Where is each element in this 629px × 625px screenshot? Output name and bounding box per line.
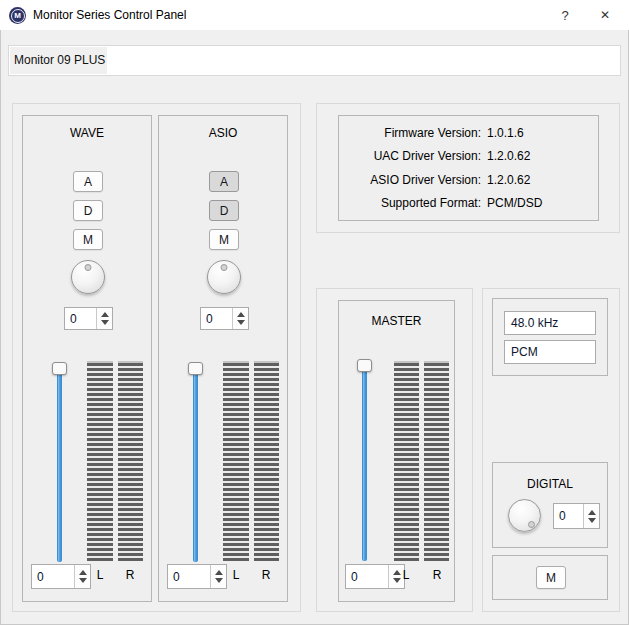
wave-vu-meter-left	[87, 361, 113, 561]
wave-knob-spinbox-arrows[interactable]	[96, 308, 112, 329]
asio-button-d[interactable]: D	[209, 200, 239, 221]
digital-spinbox-value[interactable]: 0	[554, 504, 583, 528]
master-fader-spinbox-value[interactable]: 0	[346, 565, 388, 588]
wave-right-channel-label: R	[119, 568, 141, 582]
wave-strip: WAVE A D M 0 0 L R	[22, 115, 152, 602]
asio-fader-track[interactable]	[193, 368, 198, 562]
info-label: ASIO Driver Version:	[339, 172, 481, 188]
app-window: M Monitor Series Control Panel ? ✕ Monit…	[0, 0, 629, 625]
master-left-channel-label: L	[395, 568, 417, 582]
wave-knob-spinbox[interactable]: 0	[64, 307, 113, 330]
asio-fader-handle[interactable]	[188, 362, 203, 375]
help-button[interactable]: ?	[548, 0, 582, 30]
wave-vu-meter-right	[118, 361, 143, 561]
asio-knob[interactable]	[207, 260, 241, 294]
asio-strip-label: ASIO	[159, 126, 287, 140]
format-field[interactable]: PCM	[504, 340, 596, 364]
spin-up-icon[interactable]	[237, 312, 245, 317]
master-right-channel-label: R	[426, 568, 448, 582]
info-row-firmware: Firmware Version: 1.0.1.6	[339, 125, 598, 141]
wave-knob-spinbox-value[interactable]: 0	[65, 308, 96, 329]
wave-button-d[interactable]: D	[73, 200, 103, 221]
app-icon-letter: M	[14, 11, 21, 20]
digital-knob[interactable]	[508, 499, 541, 532]
asio-right-channel-label: R	[255, 568, 277, 582]
wave-knob-indicator	[85, 264, 92, 271]
asio-vu-meter-right	[254, 361, 279, 561]
info-value: 1.2.0.62	[487, 148, 530, 164]
window-title: Monitor Series Control Panel	[33, 0, 186, 30]
app-icon: M	[9, 7, 26, 24]
wave-knob[interactable]	[71, 260, 105, 294]
asio-button-m[interactable]: M	[209, 229, 239, 250]
mute-panel: M	[492, 555, 608, 600]
info-row-format: Supported Format: PCM/DSD	[339, 195, 598, 211]
digital-spinbox-arrows[interactable]	[583, 504, 599, 528]
mute-button[interactable]: M	[536, 566, 566, 589]
asio-knob-indicator	[221, 264, 228, 271]
spin-down-icon[interactable]	[79, 578, 87, 583]
wave-fader-handle[interactable]	[52, 362, 67, 375]
asio-fader-spinbox-arrows[interactable]	[210, 565, 226, 588]
asio-knob-spinbox-value[interactable]: 0	[201, 308, 232, 329]
master-strip-label: MASTER	[339, 314, 454, 328]
spin-down-icon[interactable]	[215, 578, 223, 583]
asio-fader-spinbox[interactable]: 0	[167, 564, 227, 589]
asio-strip: ASIO A D M 0 0 L R	[158, 115, 288, 602]
sample-rate-field[interactable]: 48.0 kHz	[504, 311, 596, 335]
wave-strip-label: WAVE	[23, 126, 151, 140]
info-label: Supported Format:	[339, 195, 481, 211]
asio-fader-spinbox-value[interactable]: 0	[168, 565, 210, 588]
info-value: 1.0.1.6	[487, 125, 524, 141]
asio-button-a[interactable]: A	[209, 171, 239, 192]
info-label: Firmware Version:	[339, 125, 481, 141]
wave-left-channel-label: L	[89, 568, 111, 582]
digital-panel: DIGITAL 0	[492, 462, 608, 548]
device-list-item[interactable]: Monitor 09 PLUS	[10, 47, 107, 74]
spin-up-icon[interactable]	[79, 570, 87, 575]
spin-down-icon[interactable]	[101, 320, 109, 325]
wave-fader-spinbox-arrows[interactable]	[74, 565, 90, 588]
digital-spinbox[interactable]: 0	[553, 503, 600, 529]
wave-fader-track[interactable]	[57, 368, 62, 562]
info-row-asio-driver: ASIO Driver Version: 1.2.0.62	[339, 172, 598, 188]
master-fader-handle[interactable]	[357, 359, 372, 372]
digital-knob-indicator	[528, 521, 535, 528]
spin-down-icon[interactable]	[588, 518, 596, 523]
wave-fader-spinbox[interactable]: 0	[31, 564, 91, 589]
info-panel: Firmware Version: 1.0.1.6 UAC Driver Ver…	[338, 115, 599, 221]
info-row-uac-driver: UAC Driver Version: 1.2.0.62	[339, 148, 598, 164]
info-value: 1.2.0.62	[487, 172, 530, 188]
asio-vu-meter-left	[223, 361, 249, 561]
asio-left-channel-label: L	[225, 568, 247, 582]
wave-fader-spinbox-value[interactable]: 0	[32, 565, 74, 588]
sample-rate-panel: 48.0 kHz PCM	[492, 298, 608, 376]
wave-button-a[interactable]: A	[73, 171, 103, 192]
spin-up-icon[interactable]	[215, 570, 223, 575]
info-label: UAC Driver Version:	[339, 148, 481, 164]
spin-down-icon[interactable]	[237, 320, 245, 325]
device-list[interactable]: Monitor 09 PLUS	[8, 45, 621, 76]
master-strip: MASTER 0 L R	[338, 300, 455, 602]
spin-up-icon[interactable]	[101, 312, 109, 317]
wave-button-m[interactable]: M	[73, 229, 103, 250]
digital-label: DIGITAL	[493, 477, 607, 491]
asio-knob-spinbox[interactable]: 0	[200, 307, 249, 330]
info-value: PCM/DSD	[487, 195, 542, 211]
spin-up-icon[interactable]	[588, 510, 596, 515]
asio-knob-spinbox-arrows[interactable]	[232, 308, 248, 329]
master-vu-meter-right	[424, 361, 449, 561]
master-vu-meter-left	[394, 361, 419, 561]
master-fader-track[interactable]	[362, 367, 367, 561]
close-button[interactable]: ✕	[588, 0, 622, 30]
